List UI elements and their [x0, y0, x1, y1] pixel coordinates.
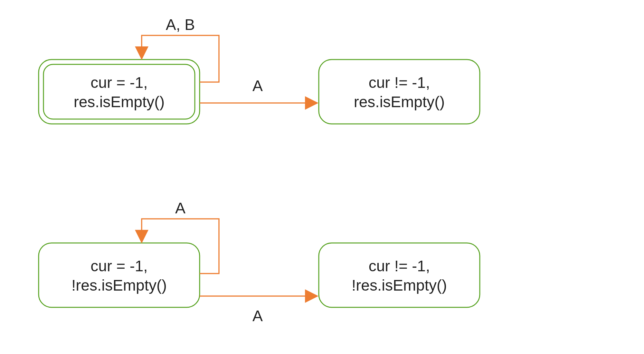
svg-rect-0 — [39, 60, 200, 124]
svg-rect-3 — [39, 243, 200, 307]
edge-bottom-self-loop-label: A — [175, 200, 185, 217]
edge-top-transition: A — [200, 77, 317, 103]
state-top-right-line2: res.isEmpty() — [354, 93, 445, 110]
state-top-left-line2: res.isEmpty() — [74, 93, 165, 110]
state-bottom-left-line2: !res.isEmpty() — [71, 277, 167, 294]
state-top-left: cur = -1, res.isEmpty() — [39, 60, 200, 124]
state-top-right: cur != -1, res.isEmpty() — [319, 60, 480, 124]
state-bottom-right: cur != -1, !res.isEmpty() — [319, 243, 480, 307]
state-bottom-left-line1: cur = -1, — [90, 257, 147, 275]
state-top-left-line1: cur = -1, — [90, 74, 147, 91]
state-diagram: cur = -1, res.isEmpty() cur != -1, res.i… — [0, 0, 644, 354]
edge-top-self-loop-label: A, B — [166, 16, 195, 33]
state-bottom-left: cur = -1, !res.isEmpty() — [39, 243, 200, 307]
edge-top-transition-label: A — [252, 77, 263, 94]
edge-bottom-transition-label: A — [252, 307, 263, 324]
svg-rect-2 — [319, 60, 480, 124]
svg-rect-4 — [319, 243, 480, 307]
state-bottom-right-line2: !res.isEmpty() — [352, 277, 447, 294]
state-top-right-line1: cur != -1, — [369, 74, 430, 91]
state-bottom-right-line1: cur != -1, — [369, 257, 430, 275]
edge-bottom-transition: A — [200, 296, 317, 324]
